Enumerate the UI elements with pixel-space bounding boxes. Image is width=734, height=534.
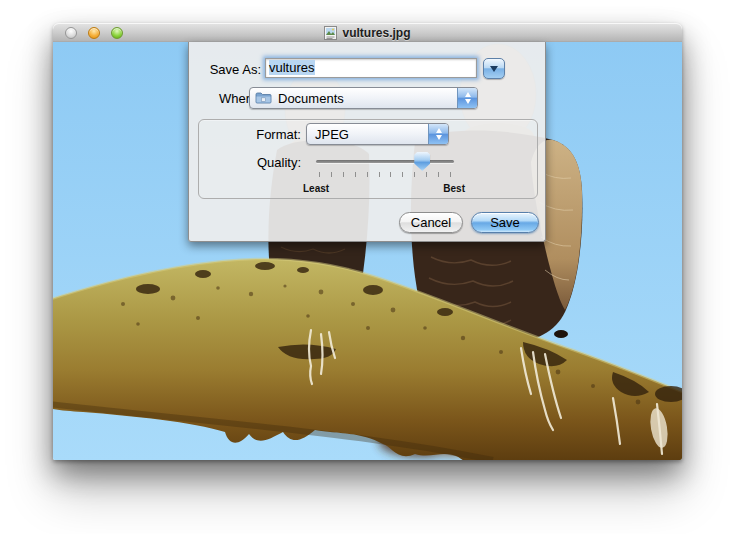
popup-stepper-icon	[428, 124, 448, 144]
save-as-label: Save As:	[189, 62, 261, 77]
titlebar[interactable]: vultures.jpg	[53, 23, 682, 43]
quality-slider[interactable]: Least Best	[316, 150, 454, 194]
quality-ticks	[319, 172, 451, 177]
expand-dialog-button[interactable]	[483, 58, 505, 79]
cancel-button-label: Cancel	[411, 215, 451, 230]
quality-max-label: Best	[443, 183, 465, 194]
window-controls	[65, 27, 123, 39]
quality-slider-track[interactable]	[316, 160, 454, 163]
quality-slider-thumb[interactable]	[414, 152, 430, 171]
quality-label: Quality:	[189, 155, 301, 170]
close-button[interactable]	[65, 27, 77, 39]
save-button-label: Save	[490, 215, 520, 230]
format-value: JPEG	[315, 127, 349, 142]
where-value: Documents	[278, 91, 344, 106]
save-as-value: vultures	[269, 60, 315, 75]
popup-stepper-icon	[457, 88, 477, 108]
window: vultures.jpg	[53, 23, 682, 460]
format-popup[interactable]: JPEG	[306, 123, 449, 145]
save-dialog-sheet: Save As: vultures Where: Documents Forma…	[188, 42, 546, 242]
minimize-button[interactable]	[88, 27, 100, 39]
where-popup[interactable]: Documents	[249, 87, 478, 109]
chevron-down-icon	[490, 66, 498, 72]
folder-icon	[255, 92, 272, 104]
zoom-button[interactable]	[111, 27, 123, 39]
window-title: vultures.jpg	[342, 26, 410, 40]
save-as-input[interactable]: vultures	[265, 58, 477, 78]
cancel-button[interactable]: Cancel	[399, 212, 463, 233]
format-label: Format:	[189, 127, 301, 142]
save-button[interactable]: Save	[471, 212, 539, 233]
document-icon	[324, 26, 337, 40]
quality-min-label: Least	[303, 183, 329, 194]
